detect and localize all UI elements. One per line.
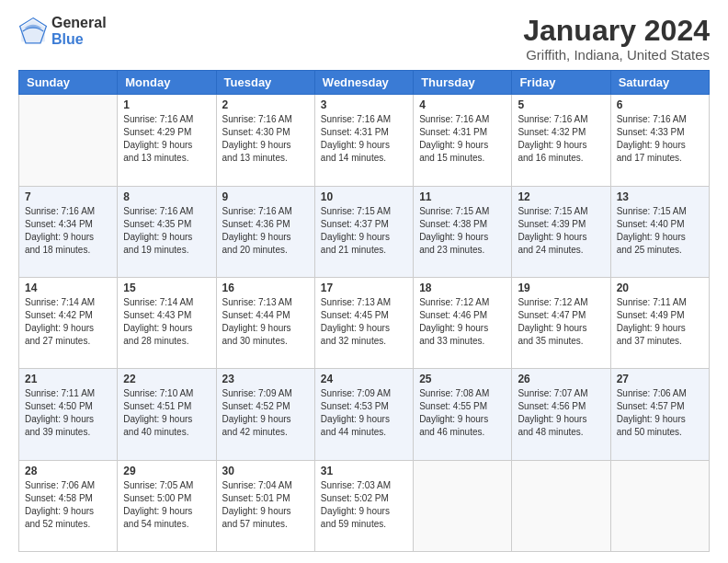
sunset-text: Sunset: 4:29 PM — [123, 127, 191, 137]
daylight-minutes-text: and 48 minutes. — [518, 427, 583, 437]
day-info: Sunrise: 7:16 AMSunset: 4:32 PMDaylight:… — [518, 113, 604, 165]
sunset-text: Sunset: 4:38 PM — [419, 219, 487, 229]
sunrise-text: Sunrise: 7:11 AM — [25, 388, 95, 398]
table-row: 23Sunrise: 7:09 AMSunset: 4:52 PMDayligh… — [216, 369, 314, 460]
sunset-text: Sunset: 4:40 PM — [617, 219, 685, 229]
daylight-minutes-text: and 30 minutes. — [222, 336, 288, 346]
table-row: 28Sunrise: 7:06 AMSunset: 4:58 PMDayligh… — [19, 460, 118, 551]
day-number: 24 — [321, 373, 407, 385]
sunset-text: Sunset: 5:00 PM — [123, 493, 191, 503]
sunrise-text: Sunrise: 7:13 AM — [222, 297, 292, 307]
day-info: Sunrise: 7:16 AMSunset: 4:29 PMDaylight:… — [123, 113, 210, 165]
sunset-text: Sunset: 4:33 PM — [617, 127, 685, 137]
logo-blue-text: Blue — [51, 31, 107, 48]
sunset-text: Sunset: 5:02 PM — [321, 493, 389, 503]
daylight-hours-text: Daylight: 9 hours — [123, 232, 192, 242]
day-info: Sunrise: 7:03 AMSunset: 5:02 PMDaylight:… — [321, 479, 407, 531]
col-saturday: Saturday — [610, 71, 709, 95]
sunset-text: Sunset: 4:56 PM — [518, 401, 586, 411]
sunset-text: Sunset: 4:31 PM — [321, 127, 389, 137]
sunset-text: Sunset: 4:32 PM — [518, 127, 586, 137]
sunrise-text: Sunrise: 7:07 AM — [518, 388, 587, 398]
daylight-minutes-text: and 44 minutes. — [321, 427, 386, 437]
logo-general-text: General — [51, 15, 107, 31]
daylight-hours-text: Daylight: 9 hours — [617, 232, 686, 242]
table-row: 16Sunrise: 7:13 AMSunset: 4:44 PMDayligh… — [216, 277, 314, 368]
sunrise-text: Sunrise: 7:08 AM — [419, 388, 489, 398]
sunrise-text: Sunrise: 7:15 AM — [321, 206, 391, 216]
daylight-minutes-text: and 54 minutes. — [123, 519, 188, 529]
day-info: Sunrise: 7:14 AMSunset: 4:43 PMDaylight:… — [123, 296, 210, 348]
day-number: 11 — [419, 190, 506, 203]
daylight-minutes-text: and 19 minutes. — [123, 245, 188, 255]
daylight-minutes-text: and 57 minutes. — [222, 519, 288, 529]
daylight-hours-text: Daylight: 9 hours — [123, 414, 192, 424]
calendar-week-row: 28Sunrise: 7:06 AMSunset: 4:58 PMDayligh… — [19, 460, 710, 551]
day-info: Sunrise: 7:16 AMSunset: 4:33 PMDaylight:… — [617, 113, 703, 165]
sunrise-text: Sunrise: 7:16 AM — [617, 114, 687, 124]
day-info: Sunrise: 7:06 AMSunset: 4:57 PMDaylight:… — [617, 387, 703, 439]
daylight-hours-text: Daylight: 9 hours — [419, 140, 488, 150]
day-number: 19 — [518, 282, 604, 294]
sunset-text: Sunset: 4:52 PM — [222, 401, 290, 411]
sunset-text: Sunset: 4:42 PM — [25, 310, 93, 320]
sunrise-text: Sunrise: 7:09 AM — [321, 388, 391, 398]
sunrise-text: Sunrise: 7:16 AM — [222, 114, 292, 124]
table-row — [19, 95, 118, 186]
sunrise-text: Sunrise: 7:15 AM — [617, 206, 687, 216]
daylight-hours-text: Daylight: 9 hours — [518, 323, 586, 333]
day-info: Sunrise: 7:07 AMSunset: 4:56 PMDaylight:… — [518, 387, 604, 439]
daylight-hours-text: Daylight: 9 hours — [25, 506, 94, 516]
sunset-text: Sunset: 4:37 PM — [321, 219, 389, 229]
sunrise-text: Sunrise: 7:12 AM — [419, 297, 489, 307]
daylight-minutes-text: and 21 minutes. — [321, 245, 386, 255]
daylight-hours-text: Daylight: 9 hours — [222, 232, 291, 242]
table-row: 11Sunrise: 7:15 AMSunset: 4:38 PMDayligh… — [414, 186, 512, 277]
sunrise-text: Sunrise: 7:15 AM — [419, 206, 489, 216]
day-info: Sunrise: 7:08 AMSunset: 4:55 PMDaylight:… — [419, 387, 506, 439]
day-number: 20 — [617, 282, 703, 294]
sunrise-text: Sunrise: 7:16 AM — [123, 114, 193, 124]
day-info: Sunrise: 7:09 AMSunset: 4:53 PMDaylight:… — [321, 387, 407, 439]
sunset-text: Sunset: 4:58 PM — [25, 493, 93, 503]
daylight-hours-text: Daylight: 9 hours — [518, 414, 586, 424]
daylight-minutes-text: and 16 minutes. — [518, 153, 583, 163]
table-row: 1Sunrise: 7:16 AMSunset: 4:29 PMDaylight… — [118, 95, 216, 186]
day-number: 6 — [617, 98, 703, 111]
day-info: Sunrise: 7:14 AMSunset: 4:42 PMDaylight:… — [25, 296, 111, 348]
daylight-minutes-text: and 32 minutes. — [321, 336, 386, 346]
col-sunday: Sunday — [19, 71, 118, 95]
day-number: 2 — [222, 98, 309, 111]
sunset-text: Sunset: 4:45 PM — [321, 310, 389, 320]
sunset-text: Sunset: 4:34 PM — [25, 219, 93, 229]
page-subtitle: Griffith, Indiana, United States — [523, 47, 710, 63]
sunrise-text: Sunrise: 7:13 AM — [321, 297, 391, 307]
day-number: 14 — [25, 282, 111, 294]
table-row: 12Sunrise: 7:15 AMSunset: 4:39 PMDayligh… — [512, 186, 610, 277]
day-number: 15 — [123, 282, 210, 294]
day-info: Sunrise: 7:16 AMSunset: 4:31 PMDaylight:… — [419, 113, 506, 165]
day-number: 23 — [222, 373, 309, 385]
daylight-hours-text: Daylight: 9 hours — [617, 323, 686, 333]
daylight-minutes-text: and 23 minutes. — [419, 245, 484, 255]
daylight-minutes-text: and 59 minutes. — [321, 519, 386, 529]
day-number: 29 — [123, 465, 210, 477]
sunset-text: Sunset: 4:49 PM — [617, 310, 685, 320]
daylight-minutes-text: and 24 minutes. — [518, 245, 583, 255]
sunrise-text: Sunrise: 7:10 AM — [123, 388, 193, 398]
day-info: Sunrise: 7:13 AMSunset: 4:44 PMDaylight:… — [222, 296, 309, 348]
table-row: 25Sunrise: 7:08 AMSunset: 4:55 PMDayligh… — [414, 369, 512, 460]
day-info: Sunrise: 7:04 AMSunset: 5:01 PMDaylight:… — [222, 479, 309, 531]
sunset-text: Sunset: 4:30 PM — [222, 127, 290, 137]
calendar-header-row: Sunday Monday Tuesday Wednesday Thursday… — [19, 71, 710, 95]
day-number: 3 — [321, 98, 407, 111]
day-number: 18 — [419, 282, 506, 294]
col-friday: Friday — [512, 71, 610, 95]
daylight-minutes-text: and 27 minutes. — [25, 336, 90, 346]
sunset-text: Sunset: 4:47 PM — [518, 310, 586, 320]
daylight-hours-text: Daylight: 9 hours — [518, 232, 586, 242]
daylight-minutes-text: and 42 minutes. — [222, 427, 288, 437]
daylight-hours-text: Daylight: 9 hours — [321, 414, 390, 424]
day-number: 10 — [321, 190, 407, 203]
col-thursday: Thursday — [414, 71, 512, 95]
